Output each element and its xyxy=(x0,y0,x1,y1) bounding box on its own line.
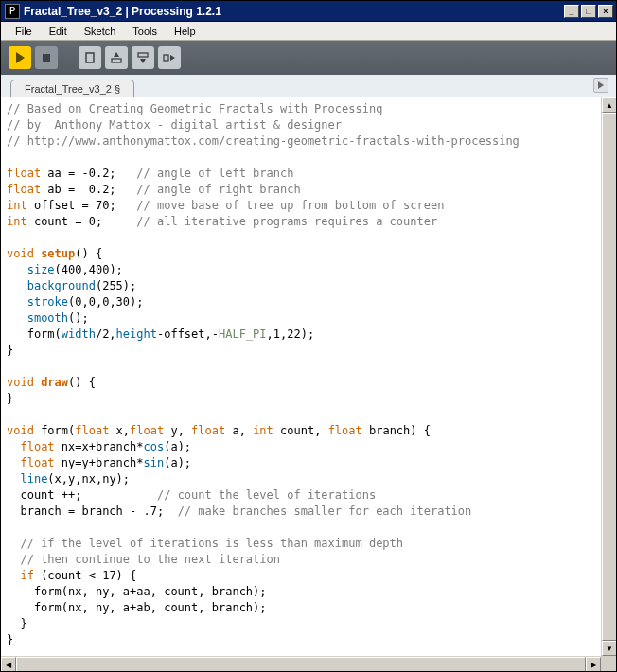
minimize-button[interactable]: _ xyxy=(564,5,579,18)
maximize-button[interactable]: □ xyxy=(581,5,596,18)
export-right-arrow-icon xyxy=(163,51,176,64)
svg-marker-8 xyxy=(170,55,175,61)
svg-marker-0 xyxy=(16,52,25,63)
window-title: Fractal_Tree_v3_2 | Processing 1.2.1 xyxy=(24,5,563,18)
new-button[interactable] xyxy=(79,46,101,69)
menu-edit[interactable]: Edit xyxy=(41,24,76,39)
svg-rect-7 xyxy=(164,55,168,61)
horizontal-scrollbar[interactable]: ◀ ▶ xyxy=(1,656,616,671)
vertical-scrollbar[interactable]: ▲ ▼ xyxy=(601,97,616,656)
toolbar xyxy=(1,41,616,75)
menu-file[interactable]: File xyxy=(7,24,41,39)
svg-rect-5 xyxy=(138,53,148,57)
close-button[interactable]: × xyxy=(598,5,613,18)
chevron-right-icon xyxy=(597,81,605,89)
new-icon xyxy=(83,51,97,64)
stop-icon xyxy=(41,52,52,63)
window-buttons: _ □ × xyxy=(563,5,616,18)
editor-area: // Based on Creating Geometric Fractals … xyxy=(1,97,616,656)
title-bar: P Fractal_Tree_v3_2 | Processing 1.2.1 _… xyxy=(1,1,616,22)
scroll-down-button[interactable]: ▼ xyxy=(602,641,617,656)
tab-expand-button[interactable] xyxy=(593,78,608,93)
editor-viewport[interactable]: // Based on Creating Geometric Fractals … xyxy=(1,97,601,656)
stop-button[interactable] xyxy=(35,46,58,69)
svg-marker-4 xyxy=(114,52,119,57)
open-button[interactable] xyxy=(105,46,128,69)
tab-row: Fractal_Tree_v3_2 § xyxy=(1,75,616,97)
scroll-right-button[interactable]: ▶ xyxy=(586,657,601,672)
save-down-arrow-icon xyxy=(136,51,150,64)
menu-help[interactable]: Help xyxy=(166,24,204,39)
svg-rect-3 xyxy=(112,59,121,62)
svg-marker-6 xyxy=(140,59,146,63)
play-icon xyxy=(13,51,26,64)
tab-current[interactable]: Fractal_Tree_v3_2 § xyxy=(10,80,134,97)
svg-rect-1 xyxy=(43,54,50,62)
save-button[interactable] xyxy=(132,46,154,69)
scroll-left-button[interactable]: ◀ xyxy=(1,657,16,672)
app-icon: P xyxy=(5,4,20,19)
svg-rect-2 xyxy=(86,53,94,62)
export-button[interactable] xyxy=(158,46,181,69)
horizontal-scroll-thumb[interactable] xyxy=(16,657,586,672)
menu-bar: File Edit Sketch Tools Help xyxy=(1,22,616,41)
scrollbar-corner xyxy=(601,657,616,672)
vertical-scroll-thumb[interactable] xyxy=(602,113,617,641)
menu-tools[interactable]: Tools xyxy=(124,24,166,39)
menu-sketch[interactable]: Sketch xyxy=(76,24,125,39)
scroll-up-button[interactable]: ▲ xyxy=(602,97,617,113)
svg-marker-9 xyxy=(598,81,604,89)
code-editor[interactable]: // Based on Creating Geometric Fractals … xyxy=(1,97,601,652)
tab-label: Fractal_Tree_v3_2 § xyxy=(25,83,120,95)
open-up-arrow-icon xyxy=(110,51,123,64)
run-button[interactable] xyxy=(9,46,31,69)
